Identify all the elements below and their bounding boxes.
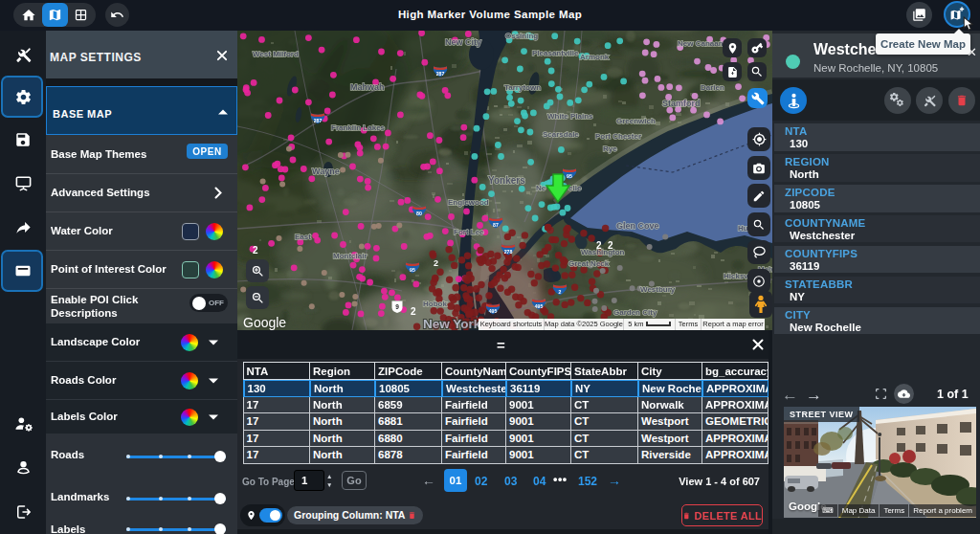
- svg-text:Montclair: Montclair: [333, 252, 368, 260]
- svg-text:Port Chester: Port Chester: [595, 132, 641, 141]
- svg-text:East: East: [295, 233, 311, 241]
- svg-text:Scarsdale: Scarsdale: [543, 130, 579, 139]
- svg-text:Armonk: Armonk: [580, 53, 610, 61]
- svg-text:278: 278: [504, 249, 513, 255]
- svg-text:New Canaan: New Canaan: [678, 39, 724, 48]
- svg-text:Englewood: Englewood: [448, 198, 489, 207]
- svg-text:80: 80: [416, 211, 422, 216]
- svg-text:Garden City: Garden City: [613, 308, 657, 317]
- svg-text:95: 95: [567, 173, 572, 179]
- svg-text:Franklin Lakes: Franklin Lakes: [331, 123, 386, 132]
- svg-text:87: 87: [493, 222, 499, 228]
- svg-text:2: 2: [596, 240, 602, 251]
- svg-text:Rye: Rye: [603, 145, 617, 153]
- svg-text:White Plains: White Plains: [547, 112, 593, 121]
- svg-text:Mahwah: Mahwah: [350, 82, 385, 92]
- svg-text:Great Neck: Great Neck: [568, 259, 610, 268]
- svg-text:2: 2: [608, 240, 613, 251]
- svg-text:Yonkers: Yonkers: [488, 175, 525, 186]
- svg-text:495: 495: [489, 308, 498, 314]
- svg-text:Ossining: Ossining: [505, 32, 538, 40]
- svg-text:Washington: Washington: [581, 248, 625, 256]
- svg-text:2: 2: [411, 306, 416, 317]
- svg-text:Ne: Ne: [536, 184, 546, 192]
- svg-text:New York: New York: [423, 317, 481, 330]
- svg-text:West Milford: West Milford: [253, 50, 299, 58]
- svg-text:Westbury: Westbury: [640, 285, 676, 294]
- svg-text:2: 2: [559, 289, 562, 295]
- svg-text:Tarrytown: Tarrytown: [504, 83, 541, 92]
- svg-text:9: 9: [395, 303, 399, 310]
- svg-text:Wayne: Wayne: [312, 167, 340, 176]
- svg-text:287: 287: [436, 71, 445, 77]
- svg-text:495: 495: [535, 303, 544, 309]
- svg-text:2: 2: [434, 258, 438, 268]
- svg-text:Fort Lee: Fort Lee: [454, 228, 484, 236]
- svg-text:2: 2: [253, 245, 258, 256]
- svg-text:Darien: Darien: [701, 83, 724, 92]
- svg-text:95: 95: [410, 267, 415, 273]
- svg-text:New City: New City: [445, 37, 481, 47]
- svg-text:Pleasantville: Pleasantville: [532, 49, 579, 57]
- svg-text:287: 287: [314, 118, 323, 123]
- svg-text:Hobok: Hobok: [423, 300, 447, 308]
- svg-text:Stamford: Stamford: [662, 99, 701, 108]
- svg-text:Glen Cove: Glen Cove: [616, 221, 659, 231]
- svg-text:Greenwich: Greenwich: [616, 117, 656, 125]
